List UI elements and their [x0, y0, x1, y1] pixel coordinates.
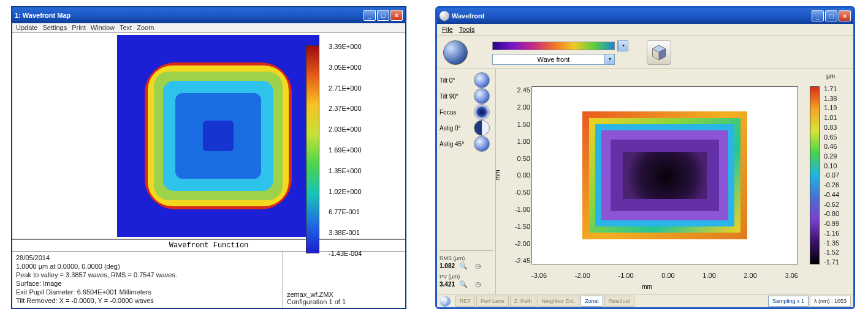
pv-metric: PV (µm) 3.421 🔍 ◷	[440, 272, 493, 290]
colorbar-tick: 1.02E+000	[329, 188, 396, 195]
aberration-sidebar: Tilt 0° Tilt 90° Focus Astig 0° Astig 45…	[437, 69, 496, 294]
pv-value: 3.421	[440, 281, 455, 288]
status-zpath-button[interactable]: Z. Path	[510, 296, 536, 307]
config-block: zemax_wf.ZMX Configuration 1 of 1	[283, 252, 405, 308]
status-neighbor-button[interactable]: Neighbor Ext.	[538, 296, 580, 307]
colorbar-tick: 2.37E+000	[329, 105, 396, 112]
meta-pv: Peak to valley = 3.3857 waves, RMS = 0.7…	[16, 271, 177, 278]
colorbar-labels: 3.39E+000 3.05E+000 2.71E+000 2.37E+000 …	[329, 43, 396, 257]
colorbar-tick: 1.69E+000	[329, 146, 396, 154]
sphere-icon	[474, 136, 490, 152]
colorbar-tick: 3.05E+000	[329, 64, 396, 71]
titlebar[interactable]: 1: Wavefront Map _ □ ×	[12, 7, 405, 23]
chevron-down-icon: ▾	[618, 41, 628, 51]
metric-selector-label: Wave front	[538, 56, 570, 63]
minimize-button[interactable]: _	[364, 10, 376, 21]
x-axis-label: mm	[496, 283, 798, 290]
metadata-block: 28/05/2014 1.0000 µm at 0.0000, 0.0000 (…	[12, 252, 283, 308]
meta-date: 28/05/2014	[16, 254, 50, 261]
window-title: Wavefront	[452, 12, 812, 20]
chart-area: µm 2.45 2.00 1.50 1.00 0.50 0.00 -0.50 -…	[496, 69, 853, 294]
status-sampling[interactable]: Sampling x 1	[768, 296, 809, 307]
statusbar: ? REF Perf Lens Z. Path Neighbor Ext. Zo…	[437, 294, 853, 307]
maximize-button[interactable]: □	[377, 10, 389, 21]
colorbar-tick: 3.39E+000	[329, 43, 396, 50]
titlebar[interactable]: Wavefront _ □ ×	[437, 8, 853, 24]
menu-tools[interactable]: Tools	[459, 26, 475, 34]
colorbar	[810, 86, 820, 264]
wavefront-heatmap	[117, 35, 319, 237]
colorbar-tick: 2.71E+000	[329, 84, 396, 92]
colorbar-tick: 3.38E-001	[329, 229, 396, 236]
status-ref-button[interactable]: REF	[455, 296, 475, 307]
colorbar-tick: 2.03E+000	[329, 125, 396, 133]
footer: 28/05/2014 1.0000 µm at 0.0000, 0.0000 (…	[12, 252, 405, 308]
pv-label: PV (µm)	[440, 274, 493, 280]
menu-file[interactable]: File	[442, 26, 453, 34]
colorbar	[306, 45, 319, 253]
magnifier-icon[interactable]: 🔍	[457, 280, 470, 288]
rms-metric: RMS (µm) 1.082 🔍 ◷	[440, 253, 493, 272]
status-residual-button[interactable]: Residual	[604, 296, 634, 307]
unit-label: µm	[826, 73, 835, 80]
colorbar-tick: 6.77E-001	[329, 208, 396, 215]
meta-tilt: Tilt Removed: X = -0.0000, Y = -0.0000 w…	[16, 297, 154, 304]
meta-pupil: Exit Pupil Diameter: 6.6504E+001 Millime…	[16, 288, 151, 296]
app-icon	[440, 11, 449, 21]
menu-text[interactable]: Text	[120, 24, 132, 32]
meta-wavelength: 1.0000 µm at 0.0000, 0.0000 (deg)	[16, 263, 120, 270]
status-perflens-button[interactable]: Perf Lens	[476, 296, 509, 307]
menu-settings[interactable]: Settings	[42, 24, 67, 32]
config-file: zemax_wf.ZMX	[287, 291, 402, 298]
cube-icon	[650, 44, 668, 61]
wavefront-map-window: 1: Wavefront Map _ □ × Update Settings P…	[11, 6, 406, 309]
aberration-astig-0[interactable]: Astig 0°	[440, 121, 493, 135]
view-3d-button[interactable]	[647, 40, 671, 65]
x-axis-ticks: -3.06 -2.00 -1.00 0.00 1.00 2.00 3.06	[531, 272, 798, 279]
minimize-button[interactable]: _	[812, 10, 824, 21]
colorbar-tick: 1.35E+000	[329, 167, 396, 174]
help-icon[interactable]: ?	[440, 296, 451, 307]
wavefront-viewer-window: Wavefront _ □ × File Tools ▾ Wave front …	[435, 6, 855, 309]
menubar: File Tools	[437, 24, 853, 36]
status-lambda: λ (nm) : 1053	[810, 296, 851, 307]
plot-area: 3.39E+000 3.05E+000 2.71E+000 2.37E+000 …	[12, 33, 405, 239]
colorbar-tick: -1.43E-004	[329, 250, 396, 257]
y-axis-ticks: 2.45 2.00 1.50 1.00 0.50 0.00 -0.50 -1.0…	[511, 86, 530, 264]
y-axis-label: mm	[494, 170, 501, 180]
menu-print[interactable]: Print	[72, 24, 86, 32]
aberration-focus[interactable]: Focus	[440, 105, 493, 119]
rms-value: 1.082	[440, 263, 455, 269]
sphere-icon	[474, 104, 490, 120]
metric-selector[interactable]: Wave front ▾	[492, 54, 615, 65]
clock-icon[interactable]: ◷	[472, 280, 484, 288]
sphere-icon	[474, 88, 490, 104]
colormap-dropdown[interactable]: ▾	[617, 40, 628, 51]
sphere-icon	[474, 120, 490, 136]
menu-window[interactable]: Window	[91, 24, 115, 32]
sphere-icon	[474, 72, 490, 88]
status-zonal-button[interactable]: Zonal	[581, 296, 603, 307]
aberration-tilt-0[interactable]: Tilt 0°	[440, 73, 493, 88]
aberration-astig-45[interactable]: Astig 45°	[440, 136, 493, 151]
meta-surface: Surface: Image	[16, 280, 62, 287]
colorbar-labels: 1.71 1.38 1.19 1.01 0.83 0.65 0.46 0.29 …	[824, 85, 848, 266]
maximize-button[interactable]: □	[825, 10, 837, 21]
menubar: Update Settings Print Window Text Zoom	[12, 23, 405, 33]
magnifier-icon[interactable]: 🔍	[457, 261, 470, 270]
close-button[interactable]: ×	[839, 10, 851, 21]
menu-update[interactable]: Update	[16, 24, 37, 32]
aberration-tilt-90[interactable]: Tilt 90°	[440, 89, 493, 103]
rms-label: RMS (µm)	[440, 255, 493, 261]
colormap-preview	[492, 42, 615, 50]
menu-zoom[interactable]: Zoom	[137, 24, 154, 32]
wavefront-heatmap[interactable]	[531, 86, 798, 264]
close-button[interactable]: ×	[390, 10, 403, 21]
view-mode-button[interactable]	[443, 40, 468, 65]
window-title: 1: Wavefront Map	[15, 12, 364, 19]
toolbar: ▾ Wave front ▾	[437, 36, 853, 69]
clock-icon[interactable]: ◷	[472, 261, 484, 270]
chevron-down-icon: ▾	[604, 54, 614, 64]
config-line: Configuration 1 of 1	[287, 298, 402, 305]
